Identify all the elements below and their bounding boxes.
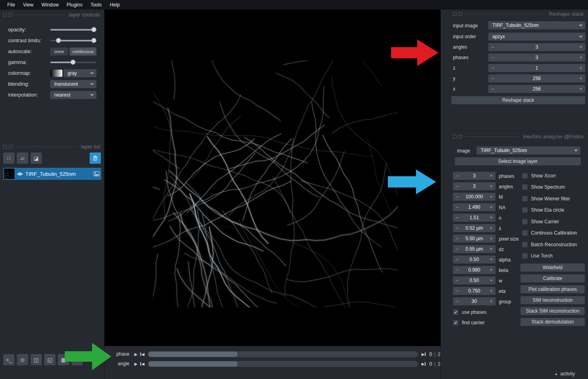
- plus-icon[interactable]: +: [487, 267, 496, 273]
- pixel-size-spinbox[interactable]: −5.50 µm+: [453, 235, 496, 243]
- float-panel-icon[interactable]: [453, 12, 457, 16]
- plus-icon[interactable]: +: [487, 204, 496, 210]
- z-spinbox[interactable]: − 1 +: [488, 64, 585, 72]
- beta-spinbox[interactable]: −0.980+: [453, 266, 496, 274]
- gamma-slider[interactable]: [50, 59, 96, 66]
- new-points-layer-button[interactable]: ∷: [3, 152, 14, 164]
- phases-param-spinbox[interactable]: −3+: [453, 172, 496, 180]
- hide-panel-icon[interactable]: [9, 13, 12, 16]
- phase-slider[interactable]: [148, 351, 418, 357]
- x-value[interactable]: 256: [497, 86, 576, 92]
- show-xcorr-checkbox[interactable]: ✓: [522, 173, 528, 179]
- hide-panel-icon[interactable]: [459, 135, 462, 138]
- menu-help[interactable]: Help: [106, 0, 124, 10]
- float-panel-icon[interactable]: [3, 145, 7, 148]
- angles-spinbox[interactable]: − 3 +: [488, 43, 585, 51]
- phase-current-frame[interactable]: 0: [429, 351, 432, 357]
- minus-icon[interactable]: −: [453, 267, 462, 273]
- use-phases-checkbox[interactable]: ✓: [453, 309, 459, 315]
- spin-value[interactable]: 0.980: [462, 267, 487, 273]
- plus-icon[interactable]: +: [487, 215, 496, 220]
- minus-icon[interactable]: −: [488, 65, 497, 71]
- plus-icon[interactable]: +: [487, 225, 496, 231]
- minus-icon[interactable]: −: [453, 236, 462, 241]
- x-spinbox[interactable]: − 256 +: [488, 85, 585, 93]
- autoscale-once-button[interactable]: once: [50, 47, 68, 56]
- na-spinbox[interactable]: −1.490+: [453, 203, 496, 211]
- minus-icon[interactable]: −: [488, 55, 497, 60]
- angle-current-frame[interactable]: 0: [429, 361, 432, 367]
- magnification-spinbox[interactable]: −100.000+: [453, 193, 496, 201]
- float-panel-icon[interactable]: [3, 13, 7, 16]
- minus-icon[interactable]: −: [453, 257, 462, 262]
- calibrate-button[interactable]: Calibrate: [520, 274, 585, 282]
- menu-view[interactable]: View: [19, 0, 37, 10]
- phase-slider-fill[interactable]: [148, 352, 238, 357]
- contrast-low-handle[interactable]: [56, 38, 61, 43]
- minus-icon[interactable]: −: [453, 246, 462, 252]
- angles-param-spinbox[interactable]: −3+: [453, 182, 496, 190]
- minus-icon[interactable]: −: [453, 215, 462, 220]
- menu-plugins[interactable]: Plugins: [63, 0, 86, 10]
- minus-icon[interactable]: −: [488, 86, 497, 92]
- menu-tools[interactable]: Tools: [86, 0, 106, 10]
- skip-last-button[interactable]: ▶: [420, 360, 427, 367]
- input-image-dropdown[interactable]: TIRF_Tubulin_525nm: [488, 21, 585, 29]
- delete-layer-button[interactable]: [90, 152, 101, 164]
- phases-spinbox[interactable]: − 3 +: [488, 54, 585, 62]
- activity-indicator[interactable]: ▲ activity: [555, 371, 575, 377]
- spin-value[interactable]: 0.50: [462, 278, 487, 283]
- plus-icon[interactable]: +: [576, 44, 585, 50]
- plus-icon[interactable]: +: [576, 55, 585, 60]
- plus-icon[interactable]: +: [487, 173, 496, 179]
- spin-value[interactable]: 100.000: [462, 194, 487, 200]
- minus-icon[interactable]: −: [453, 278, 462, 283]
- y-spinbox[interactable]: − 256 +: [488, 74, 585, 82]
- use-torch-checkbox[interactable]: ✓: [522, 253, 528, 259]
- select-image-layer-button[interactable]: Select image layer: [455, 157, 581, 165]
- spin-value[interactable]: 3: [462, 173, 487, 179]
- colormap-dropdown[interactable]: gray: [64, 69, 96, 77]
- show-carrier-checkbox[interactable]: ✓: [522, 219, 528, 225]
- menu-window[interactable]: Window: [37, 0, 63, 10]
- eta-spinbox[interactable]: −0.750+: [453, 287, 496, 295]
- spin-value[interactable]: 5.50 µm: [462, 236, 487, 241]
- hide-panel-icon[interactable]: [9, 145, 12, 148]
- angle-slider-fill[interactable]: [148, 361, 238, 367]
- plus-icon[interactable]: +: [487, 246, 496, 252]
- minus-icon[interactable]: −: [453, 299, 462, 304]
- continuos-calibration-checkbox[interactable]: ✓: [522, 230, 528, 236]
- blending-dropdown[interactable]: translucent: [50, 80, 96, 88]
- plus-icon[interactable]: +: [487, 288, 496, 294]
- spin-value[interactable]: 3: [462, 183, 487, 189]
- hexsim-image-dropdown[interactable]: TIRF_Tubulin_525nm: [477, 146, 580, 154]
- minus-icon[interactable]: −: [453, 194, 462, 200]
- autoscale-continuous-button[interactable]: continuous: [70, 47, 96, 56]
- console-button[interactable]: >_: [3, 354, 14, 365]
- transpose-button[interactable]: ◱: [44, 354, 55, 365]
- float-panel-icon[interactable]: [453, 135, 457, 138]
- contrast-high-handle[interactable]: [91, 38, 96, 43]
- dz-spinbox[interactable]: −0.55 µm+: [453, 245, 496, 253]
- spin-value[interactable]: 0.55 µm: [462, 246, 487, 252]
- plus-icon[interactable]: +: [487, 194, 496, 200]
- show-eta-circle-checkbox[interactable]: ✓: [522, 207, 528, 213]
- gamma-slider-handle[interactable]: [70, 60, 76, 65]
- minus-icon[interactable]: −: [453, 225, 462, 231]
- w-spinbox[interactable]: −0.50+: [453, 276, 496, 284]
- opacity-slider[interactable]: [50, 26, 96, 33]
- interpolation-dropdown[interactable]: nearest: [50, 91, 96, 99]
- input-order-dropdown[interactable]: apzyx: [488, 33, 585, 41]
- plus-icon[interactable]: +: [487, 183, 496, 189]
- stack-demodulation-button[interactable]: Stack demodulation: [520, 318, 585, 326]
- z-value[interactable]: 1: [497, 65, 576, 71]
- new-labels-layer-button[interactable]: ◪: [31, 152, 42, 164]
- spin-value[interactable]: 0.52 µm: [462, 225, 487, 231]
- plus-icon[interactable]: +: [487, 299, 496, 304]
- plus-icon[interactable]: +: [576, 86, 585, 92]
- stack-sim-reconstruction-button[interactable]: Stack SIM reconstruction: [520, 307, 585, 315]
- widefield-button[interactable]: Widefield: [520, 264, 585, 272]
- minus-icon[interactable]: −: [453, 204, 462, 210]
- plus-icon[interactable]: +: [576, 65, 585, 71]
- show-spectrum-checkbox[interactable]: ✓: [522, 184, 528, 190]
